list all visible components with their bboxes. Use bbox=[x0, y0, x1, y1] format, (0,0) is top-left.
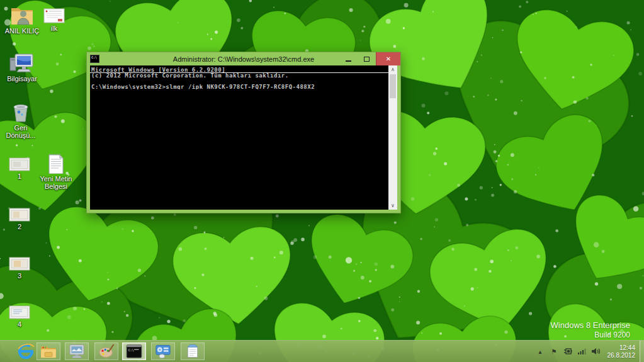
image-file-icon bbox=[9, 208, 30, 222]
minimize-icon bbox=[346, 60, 351, 62]
taskbar-file-explorer[interactable] bbox=[37, 342, 60, 360]
taskbar-photo-viewer[interactable] bbox=[65, 342, 89, 360]
console-line bbox=[91, 78, 387, 84]
scroll-up-arrow[interactable]: ∧ bbox=[388, 65, 397, 74]
power-icon[interactable] bbox=[563, 346, 573, 356]
close-icon: ✕ bbox=[386, 56, 391, 62]
paint-icon bbox=[98, 344, 115, 359]
desktop-icon-label: Geri Dönüşü... bbox=[3, 124, 38, 139]
desktop-icon-image-1[interactable]: 1 bbox=[4, 157, 35, 180]
desktop-icon-new-text-document[interactable]: Yeni Metin Belgesi bbox=[35, 152, 77, 190]
console-prompt-line: C:\Windows\system32>slmgr /ipk NK9CK-978… bbox=[91, 84, 387, 89]
svg-text:C:\: C:\ bbox=[128, 348, 134, 352]
volume-icon[interactable] bbox=[591, 346, 601, 356]
maximize-button[interactable] bbox=[358, 52, 376, 65]
taskbar-clock[interactable]: 12:44 26.8.2012 bbox=[607, 344, 636, 359]
desktop-icon-label: ilk bbox=[51, 25, 57, 32]
minimize-button[interactable] bbox=[339, 52, 358, 65]
taskbar-command-prompt[interactable]: C:\ bbox=[122, 342, 146, 360]
control-panel-icon bbox=[155, 344, 171, 359]
desktop-icon-label: 1 bbox=[18, 173, 21, 180]
taskbar-control-panel[interactable] bbox=[151, 342, 175, 360]
desktop-icon-computer[interactable]: Bilgisayar bbox=[4, 53, 40, 82]
console-output[interactable]: Microsoft Windows [Version 6.2.9200] (c)… bbox=[90, 65, 397, 210]
internet-explorer-icon bbox=[17, 342, 35, 360]
image-file-icon bbox=[9, 157, 30, 171]
desktop-icon-image-3[interactable]: 3 bbox=[4, 257, 35, 280]
desktop-icon-label: Bilgisayar bbox=[7, 75, 37, 82]
windows-watermark: Windows 8 Enterprise Build 9200 bbox=[551, 320, 630, 340]
desktop-icon-image-4[interactable]: 4 bbox=[4, 305, 35, 328]
clock-date: 26.8.2012 bbox=[607, 352, 636, 359]
desktop-icon-label: 3 bbox=[18, 272, 21, 280]
scrollbar-thumb[interactable] bbox=[390, 74, 396, 98]
network-icon[interactable] bbox=[577, 346, 587, 356]
console-line: (c) 2012 Microsoft Corporation. Tüm hakl… bbox=[91, 72, 387, 78]
image-file-icon bbox=[9, 305, 30, 319]
desktop-icon-label: Yeni Metin Belgesi bbox=[36, 175, 76, 190]
clock-time: 12:44 bbox=[607, 344, 636, 352]
watermark-build: Build 9200 bbox=[551, 331, 630, 340]
console-line: Microsoft Windows [Version 6.2.9200] bbox=[91, 67, 387, 72]
show-hidden-icons-button[interactable]: ▴ bbox=[536, 346, 545, 356]
user-folder-icon bbox=[10, 5, 34, 26]
action-center-flag-icon[interactable]: ⚑ bbox=[550, 346, 559, 356]
scroll-down-arrow[interactable]: ∨ bbox=[388, 201, 397, 210]
text-document-icon bbox=[47, 152, 65, 174]
taskbar-notepad[interactable] bbox=[181, 342, 205, 360]
desktop-icon-label: 4 bbox=[18, 320, 21, 328]
taskbar-internet-explorer[interactable] bbox=[14, 342, 38, 360]
desktop-icon-user-folder[interactable]: ANIL KILIÇ bbox=[4, 5, 40, 35]
taskbar: C:\ ▴ ⚑ bbox=[0, 340, 644, 362]
close-button[interactable]: ✕ bbox=[376, 52, 400, 65]
maximize-icon bbox=[364, 57, 370, 62]
photo-viewer-icon bbox=[69, 344, 85, 359]
watermark-edition: Windows 8 Enterprise bbox=[551, 320, 630, 331]
desktop-icon-ilk[interactable]: ilk bbox=[37, 8, 72, 32]
desktop-icon-image-2[interactable]: 2 bbox=[4, 208, 35, 230]
computer-icon bbox=[9, 53, 35, 74]
notepad-icon bbox=[185, 344, 200, 359]
recycle-bin-icon bbox=[12, 102, 30, 123]
show-desktop-button[interactable] bbox=[640, 341, 644, 362]
desktop-icon-label: 2 bbox=[18, 223, 21, 230]
system-tray: ▴ ⚑ bbox=[536, 341, 636, 362]
command-prompt-icon: C:\ bbox=[126, 344, 142, 358]
vertical-scrollbar[interactable]: ∧ ∨ bbox=[388, 65, 397, 210]
file-explorer-icon bbox=[40, 344, 57, 358]
taskbar-paint[interactable] bbox=[94, 342, 118, 360]
cmd-titlebar[interactable]: C:\ Administrator: C:\Windows\system32\c… bbox=[87, 52, 400, 65]
desktop-icon-label: ANIL KILIÇ bbox=[5, 27, 40, 35]
desktop: ANIL KILIÇ ilk bbox=[0, 0, 644, 362]
document-icon bbox=[43, 8, 65, 23]
cmd-window: C:\ Administrator: C:\Windows\system32\c… bbox=[86, 52, 401, 213]
desktop-icon-recycle-bin[interactable]: Geri Dönüşü... bbox=[1, 102, 40, 139]
image-file-icon bbox=[9, 257, 30, 271]
selection-underline bbox=[90, 72, 388, 73]
